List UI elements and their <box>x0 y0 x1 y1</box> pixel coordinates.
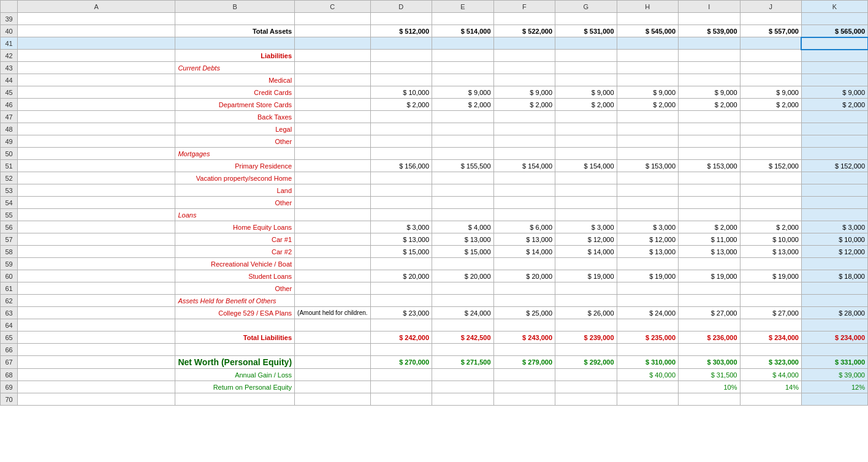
r62-g <box>555 295 617 307</box>
col-header-j[interactable]: J <box>740 1 801 13</box>
r52-c <box>295 172 371 184</box>
r42-k <box>801 50 867 62</box>
r55-d <box>370 209 432 221</box>
r61-c <box>295 282 371 295</box>
r65-k: $ 234,000 <box>801 331 867 344</box>
r46-e: $ 2,000 <box>432 99 493 111</box>
r41-k[interactable] <box>801 37 867 50</box>
row-num-63: 63 <box>1 307 18 319</box>
r39-h <box>617 13 678 25</box>
r45-j: $ 9,000 <box>740 86 801 99</box>
other-label-49: Other <box>175 135 295 148</box>
r51-f: $ 154,000 <box>493 160 555 172</box>
r56-f: $ 6,000 <box>493 221 555 233</box>
r63-d: $ 23,000 <box>370 307 432 319</box>
r61-f <box>493 282 555 295</box>
r42-a <box>18 50 175 62</box>
r39-e <box>432 13 493 25</box>
medical-label: Medical <box>175 74 295 86</box>
r47-e <box>432 111 493 123</box>
r65-h: $ 235,000 <box>617 331 678 344</box>
table-row: 41 <box>1 37 868 50</box>
r70-e <box>432 393 493 406</box>
r54-k <box>801 197 867 209</box>
col-header-d[interactable]: D <box>370 1 432 13</box>
r39-d <box>370 13 432 25</box>
col-header-g[interactable]: G <box>555 1 617 13</box>
r63-a <box>18 307 175 319</box>
r39-k <box>801 13 867 25</box>
col-header-f[interactable]: F <box>493 1 555 13</box>
r63-k: $ 28,000 <box>801 307 867 319</box>
row-num-47: 47 <box>1 111 18 123</box>
r40-f: $ 522,000 <box>493 25 555 37</box>
r68-f <box>493 369 555 381</box>
r40-d: $ 512,000 <box>370 25 432 37</box>
col-header-b[interactable]: B <box>175 1 295 13</box>
r41-a <box>18 37 175 50</box>
r55-c <box>295 209 371 221</box>
row-num-58: 58 <box>1 246 18 258</box>
vacation-property-label: Vacation property/second Home <box>175 172 295 184</box>
r57-g: $ 12,000 <box>555 233 617 246</box>
r60-j: $ 19,000 <box>740 270 801 282</box>
r63-h: $ 24,000 <box>617 307 678 319</box>
r63-g: $ 26,000 <box>555 307 617 319</box>
car2-label: Car #2 <box>175 246 295 258</box>
r44-c <box>295 74 371 86</box>
home-equity-label: Home Equity Loans <box>175 221 295 233</box>
r53-e <box>432 184 493 197</box>
r67-h: $ 310,000 <box>617 356 678 369</box>
r48-d <box>370 123 432 135</box>
r61-h <box>617 282 678 295</box>
r39-a <box>18 13 175 25</box>
r45-c <box>295 86 371 99</box>
r47-j <box>740 111 801 123</box>
col-header-c[interactable]: C <box>295 1 371 13</box>
annual-gain-loss-row: 68 Annual Gain / Loss $ 40,000 $ 31,500 … <box>1 369 868 381</box>
r64-b <box>175 319 295 331</box>
r66-c <box>295 344 371 356</box>
r41-j <box>740 37 801 50</box>
r67-c <box>295 356 371 369</box>
r70-g <box>555 393 617 406</box>
r44-j <box>740 74 801 86</box>
r64-f <box>493 319 555 331</box>
row-num-46: 46 <box>1 99 18 111</box>
r56-k: $ 3,000 <box>801 221 867 233</box>
col-header-k[interactable]: K <box>801 1 867 13</box>
row-num-65: 65 <box>1 331 18 344</box>
r55-g <box>555 209 617 221</box>
roe-label: Return on Personal Equity <box>175 381 295 393</box>
r69-k: 12% <box>801 381 867 393</box>
r51-k: $ 152,000 <box>801 160 867 172</box>
r67-k: $ 331,000 <box>801 356 867 369</box>
legal-label: Legal <box>175 123 295 135</box>
r63-e: $ 24,000 <box>432 307 493 319</box>
r42-i <box>679 50 740 62</box>
r66-j <box>740 344 801 356</box>
r43-a <box>18 62 175 74</box>
r68-j: $ 44,000 <box>740 369 801 381</box>
col-header-i[interactable]: I <box>679 1 740 13</box>
r60-a <box>18 270 175 282</box>
r61-k <box>801 282 867 295</box>
r53-f <box>493 184 555 197</box>
col-header-h[interactable]: H <box>617 1 678 13</box>
r58-h: $ 13,000 <box>617 246 678 258</box>
row-num-68: 68 <box>1 369 18 381</box>
r52-e <box>432 172 493 184</box>
table-row: 54 Other <box>1 197 868 209</box>
r41-f <box>493 37 555 50</box>
row-num-44: 44 <box>1 74 18 86</box>
r62-h <box>617 295 678 307</box>
r60-c <box>295 270 371 282</box>
col-header-e[interactable]: E <box>432 1 493 13</box>
r49-a <box>18 135 175 148</box>
r45-e: $ 9,000 <box>432 86 493 99</box>
r64-i <box>679 319 740 331</box>
r60-h: $ 19,000 <box>617 270 678 282</box>
row-num-49: 49 <box>1 135 18 148</box>
col-header-a[interactable]: A <box>18 1 175 13</box>
r51-e: $ 155,500 <box>432 160 493 172</box>
